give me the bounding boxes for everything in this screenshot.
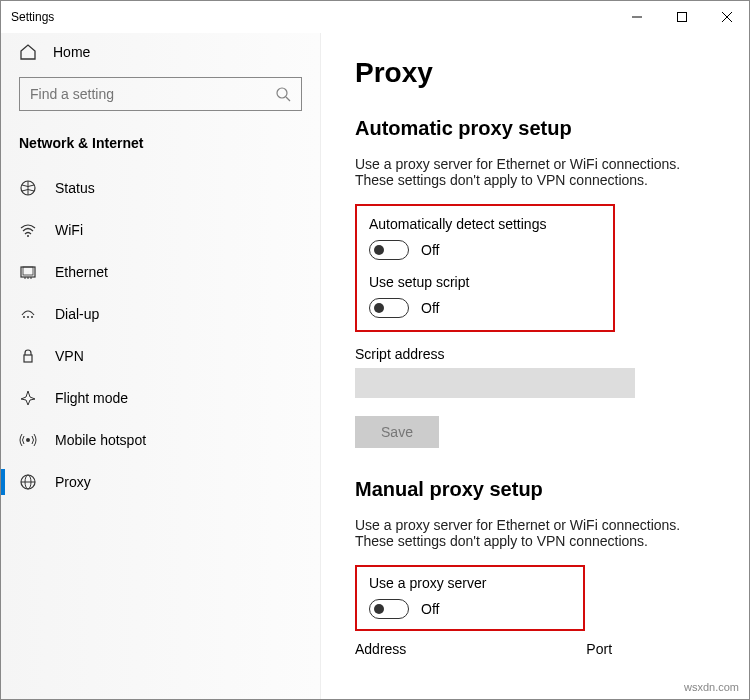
auto-highlight-box: Automatically detect settings Off Use se… — [355, 204, 615, 332]
maximize-button[interactable] — [659, 1, 704, 33]
use-proxy-toggle[interactable] — [369, 599, 409, 619]
address-label: Address — [355, 641, 406, 657]
wifi-icon — [19, 221, 37, 239]
sidebar-item-proxy[interactable]: Proxy — [1, 461, 320, 503]
sidebar-item-label: Flight mode — [55, 390, 128, 406]
minimize-button[interactable] — [614, 1, 659, 33]
svg-point-15 — [27, 316, 29, 318]
svg-point-8 — [27, 235, 29, 237]
manual-description: Use a proxy server for Ethernet or WiFi … — [355, 517, 715, 549]
sidebar-item-label: Dial-up — [55, 306, 99, 322]
detect-state: Off — [421, 242, 439, 258]
script-address-label: Script address — [355, 346, 715, 362]
sidebar-item-status[interactable]: Status — [1, 167, 320, 209]
section-title: Network & Internet — [1, 135, 320, 167]
home-link[interactable]: Home — [1, 33, 320, 75]
script-state: Off — [421, 300, 439, 316]
search-icon — [275, 86, 291, 102]
sidebar-item-label: VPN — [55, 348, 84, 364]
svg-rect-1 — [677, 13, 686, 22]
watermark: wsxdn.com — [684, 681, 739, 693]
status-icon — [19, 179, 37, 197]
auto-description: Use a proxy server for Ethernet or WiFi … — [355, 156, 715, 188]
sidebar-item-ethernet[interactable]: Ethernet — [1, 251, 320, 293]
ethernet-icon — [19, 263, 37, 281]
use-proxy-label: Use a proxy server — [369, 575, 571, 591]
proxy-icon — [19, 473, 37, 491]
search-box[interactable] — [19, 77, 302, 111]
sidebar-item-label: Mobile hotspot — [55, 432, 146, 448]
sidebar-item-wifi[interactable]: WiFi — [1, 209, 320, 251]
svg-point-16 — [31, 316, 33, 318]
use-proxy-state: Off — [421, 601, 439, 617]
close-button[interactable] — [704, 1, 749, 33]
script-label: Use setup script — [369, 274, 601, 290]
titlebar: Settings — [1, 1, 749, 33]
svg-rect-17 — [24, 355, 32, 362]
manual-heading: Manual proxy setup — [355, 478, 715, 501]
sidebar-item-label: Proxy — [55, 474, 91, 490]
home-icon — [19, 43, 37, 61]
sidebar-item-label: Ethernet — [55, 264, 108, 280]
detect-toggle[interactable] — [369, 240, 409, 260]
home-label: Home — [53, 44, 90, 60]
main-content: Proxy Automatic proxy setup Use a proxy … — [321, 33, 749, 699]
svg-line-5 — [286, 97, 290, 101]
sidebar: Home Network & Internet Status WiFi Ethe… — [1, 33, 321, 699]
vpn-icon — [19, 347, 37, 365]
page-title: Proxy — [355, 57, 715, 89]
svg-rect-10 — [23, 267, 33, 275]
sidebar-item-flight[interactable]: Flight mode — [1, 377, 320, 419]
auto-heading: Automatic proxy setup — [355, 117, 715, 140]
save-button[interactable]: Save — [355, 416, 439, 448]
window-title: Settings — [11, 10, 54, 24]
window-controls — [614, 1, 749, 33]
manual-highlight-box: Use a proxy server Off — [355, 565, 585, 631]
script-toggle[interactable] — [369, 298, 409, 318]
dialup-icon — [19, 305, 37, 323]
svg-point-4 — [277, 88, 287, 98]
flight-icon — [19, 389, 37, 407]
search-input[interactable] — [30, 86, 275, 102]
detect-label: Automatically detect settings — [369, 216, 601, 232]
sidebar-item-label: Status — [55, 180, 95, 196]
sidebar-item-label: WiFi — [55, 222, 83, 238]
port-label: Port — [586, 641, 612, 657]
sidebar-item-dialup[interactable]: Dial-up — [1, 293, 320, 335]
svg-point-14 — [23, 316, 25, 318]
svg-point-18 — [26, 438, 30, 442]
script-address-input[interactable] — [355, 368, 635, 398]
sidebar-item-hotspot[interactable]: Mobile hotspot — [1, 419, 320, 461]
sidebar-item-vpn[interactable]: VPN — [1, 335, 320, 377]
hotspot-icon — [19, 431, 37, 449]
